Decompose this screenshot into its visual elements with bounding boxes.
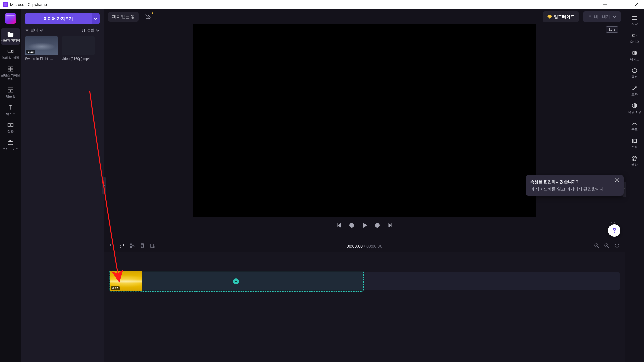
import-dropdown-button[interactable] — [92, 13, 100, 24]
tooltip-close-button[interactable] — [615, 178, 621, 184]
nav-text[interactable]: 텍스트 — [1, 102, 20, 118]
crop-icon — [631, 138, 638, 144]
tool-transform[interactable]: 변환 — [626, 136, 643, 151]
export-label: 내보내기 — [594, 14, 610, 20]
nav-label: 사용자 미디어 — [1, 39, 20, 42]
nav-templates[interactable]: 템플릿 — [1, 85, 20, 101]
media-grid: 2:13 Swans In Flight -... video (2160p).… — [25, 36, 100, 61]
clipchamp-logo[interactable] — [5, 13, 16, 24]
media-filename: video (2160p).mp4 — [62, 57, 95, 61]
nav-label: 텍스트 — [6, 112, 15, 116]
upgrade-label: 업그레이드 — [554, 14, 574, 20]
skip-start-button[interactable] — [335, 222, 343, 229]
close-icon — [615, 178, 619, 182]
timeline-track[interactable]: + 0:23 — [109, 272, 620, 290]
tool-label: 색상 — [631, 163, 638, 166]
tool-captions[interactable]: 자막 — [626, 13, 643, 28]
nav-label: 전환 — [7, 130, 14, 133]
play-button[interactable] — [361, 222, 368, 229]
upload-icon — [588, 15, 592, 19]
tool-speed[interactable]: 속도 — [626, 118, 643, 134]
tool-audio[interactable]: 오디오 — [626, 30, 643, 46]
nav-user-media[interactable]: 사용자 미디어 — [1, 28, 20, 45]
tooltip-title: 속성을 편집하시겠습니까? — [530, 179, 612, 185]
fade-icon — [631, 50, 638, 56]
nav-transitions[interactable]: 전환 — [1, 120, 20, 136]
svg-point-30 — [633, 159, 634, 160]
duration-badge: 2:13 — [26, 50, 35, 54]
help-button[interactable]: ? — [608, 224, 620, 237]
tool-label: 필터 — [631, 75, 638, 78]
filter-button[interactable]: 필터 — [25, 28, 43, 33]
timeline[interactable]: + 0:23 — [104, 252, 625, 362]
svg-rect-9 — [8, 90, 10, 92]
left-nav-rail: 사용자 미디어 녹화 및 제작 콘텐츠 라이브러리 템플릿 텍스트 전환 브랜드… — [0, 9, 21, 362]
tool-label: 효과 — [631, 93, 638, 96]
media-item[interactable]: video (2160p).mp4 — [62, 36, 95, 61]
tool-label: 자막 — [631, 22, 638, 26]
window-close-button[interactable] — [628, 0, 644, 9]
cloud-sync-button[interactable]: ✦ — [143, 12, 152, 21]
svg-rect-11 — [8, 124, 10, 126]
window-minimize-button[interactable] — [597, 0, 613, 9]
tool-fade[interactable]: 페이드 — [626, 48, 643, 64]
zoom-out-button[interactable] — [594, 243, 599, 250]
media-filename: Swans In Flight -... — [25, 57, 58, 61]
window-title: Microsoft Clipchamp — [10, 2, 47, 7]
media-thumbnail[interactable] — [62, 36, 95, 55]
redo-button[interactable] — [119, 243, 125, 250]
scissors-icon — [130, 243, 135, 248]
media-item[interactable]: 2:13 Swans In Flight -... — [25, 36, 58, 61]
transition-icon — [7, 122, 14, 128]
tool-label: 속도 — [631, 128, 638, 131]
clip-drop-zone[interactable]: + — [109, 271, 364, 292]
tool-filter[interactable]: 필터 — [626, 66, 643, 81]
media-panel: 미디어 가져오기 필터 정렬 2:13 Swans In Flight -... — [21, 9, 104, 362]
project-title[interactable]: 제목 없는 동 — [108, 12, 139, 22]
tool-color-adjust[interactable]: 색상 조정 — [626, 101, 643, 116]
total-time: 00:00.00 — [366, 244, 382, 249]
nav-library[interactable]: 콘텐츠 라이브러리 — [1, 64, 20, 83]
skip-end-button[interactable] — [387, 222, 394, 229]
tool-effects[interactable]: 효과 — [626, 83, 643, 99]
svg-rect-8 — [8, 88, 13, 89]
redo-icon — [119, 243, 125, 248]
tool-label: 오디오 — [630, 40, 639, 43]
delete-button[interactable] — [140, 243, 145, 250]
svg-point-24 — [632, 69, 637, 73]
svg-rect-26 — [633, 139, 637, 143]
text-icon — [7, 104, 14, 111]
fit-zoom-button[interactable] — [614, 243, 620, 250]
nav-brandkit[interactable]: 브랜드 키트 — [1, 137, 20, 153]
dragging-clip[interactable]: 0:23 — [110, 271, 142, 291]
preview-canvas[interactable] — [193, 24, 536, 217]
step-back-button[interactable] — [348, 222, 355, 229]
svg-rect-6 — [8, 69, 10, 71]
split-button[interactable] — [130, 243, 135, 250]
upgrade-button[interactable]: 업그레이드 — [543, 11, 579, 22]
grid-icon — [7, 66, 14, 72]
speaker-icon — [631, 32, 638, 39]
import-media-button[interactable]: 미디어 가져오기 — [25, 13, 92, 24]
tooltip-body: 이 사이드바를 열고 여기에서 편집합니다. — [530, 186, 612, 192]
palette-icon — [631, 155, 638, 162]
tool-color-picker[interactable]: 색상 — [626, 153, 643, 169]
sort-button[interactable]: 정렬 — [82, 28, 100, 33]
captions-icon — [631, 15, 638, 21]
clip-options-button[interactable] — [150, 243, 155, 250]
export-button[interactable]: 내보내기 — [583, 11, 621, 22]
aspect-ratio-button[interactable]: 16:9 — [606, 26, 618, 33]
svg-rect-22 — [632, 17, 637, 20]
briefcase-icon — [7, 139, 14, 146]
add-clip-button[interactable]: + — [233, 278, 239, 284]
step-forward-button[interactable] — [374, 222, 381, 229]
svg-rect-1 — [4, 3, 7, 6]
zoom-in-button[interactable] — [604, 243, 610, 250]
chevron-down-icon — [612, 15, 616, 19]
clipchamp-app-icon — [3, 2, 8, 7]
window-maximize-button[interactable] — [613, 0, 628, 9]
media-thumbnail[interactable]: 2:13 — [25, 36, 58, 55]
undo-button[interactable] — [109, 243, 115, 250]
svg-rect-3 — [8, 50, 12, 53]
nav-record[interactable]: 녹화 및 제작 — [1, 46, 20, 62]
